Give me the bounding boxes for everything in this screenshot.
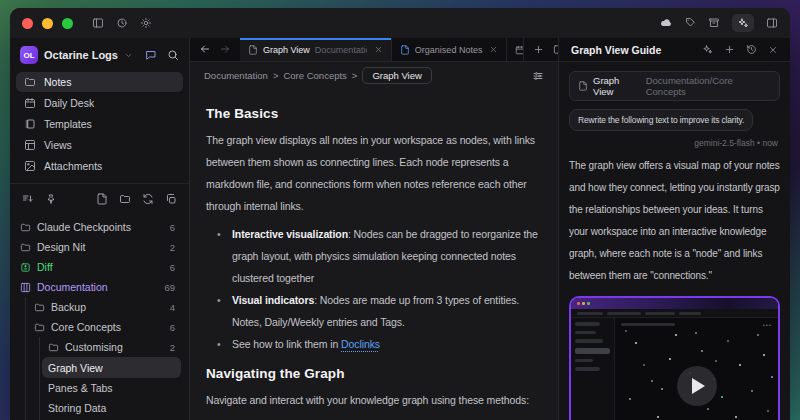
note-count: 6 (170, 322, 175, 333)
play-button[interactable] (677, 366, 717, 406)
calendar-icon (515, 45, 524, 55)
document-icon (578, 81, 588, 91)
columns-icon (20, 282, 31, 293)
note-count: 6 (170, 222, 175, 233)
sidebar-item-templates[interactable]: Templates (16, 114, 183, 134)
new-note-icon[interactable] (96, 191, 108, 209)
editor-pane: Graph View Documentation Organised Notes… (190, 38, 558, 420)
tab-bar: Graph View Documentation Organised Notes… (190, 38, 558, 62)
sync-icon[interactable] (142, 191, 154, 209)
graph-nodes (615, 318, 617, 320)
notes-toolbar (10, 183, 189, 215)
mini-tabbar (571, 309, 778, 318)
breadcrumb-segment[interactable]: Documentation (204, 70, 268, 81)
tree-item-graph-view-selected[interactable]: Graph View (42, 357, 181, 378)
chat-icon[interactable] (145, 49, 157, 61)
tree-item-core-concepts[interactable]: Core Concepts 6 (10, 317, 189, 337)
minimize-window-button[interactable] (42, 18, 53, 29)
search-icon[interactable] (167, 49, 179, 61)
ai-sparkles-button[interactable] (732, 14, 754, 32)
assistant-body: Graph View Documentation/Core Concepts R… (559, 62, 790, 420)
tab-graph-view[interactable]: Graph View Documentation (240, 38, 392, 61)
close-tab-icon[interactable] (374, 45, 383, 54)
doc-heading-basics: The Basics (206, 103, 542, 125)
doc-bullet: See how to link them in Doclinks (206, 333, 542, 355)
nav-label: Views (44, 139, 72, 151)
sidebar-item-views[interactable]: Views (16, 135, 183, 155)
chip-path: Documentation/Core Concepts (646, 75, 771, 97)
back-button[interactable] (199, 41, 211, 59)
breadcrumb: Documentation > Core Concepts > Graph Vi… (190, 62, 558, 89)
note-options-icon[interactable] (532, 70, 544, 82)
video-embed[interactable]: ••• (569, 296, 780, 420)
copy-icon[interactable] (165, 191, 177, 209)
tab-organised-notes[interactable]: Organised Notes (392, 38, 508, 61)
zoom-window-button[interactable] (62, 18, 73, 29)
workspace-avatar: OL (20, 46, 38, 64)
template-icon (24, 118, 36, 130)
sidebar-item-notes[interactable]: Notes (16, 72, 183, 92)
context-chip[interactable]: Graph View Documentation/Core Concepts (569, 71, 780, 101)
folder-icon (34, 322, 45, 333)
folder-icon (20, 242, 31, 253)
assistant-title: Graph View Guide (571, 44, 661, 56)
chevron-down-icon (124, 51, 133, 60)
sidebar-item-attachments[interactable]: Attachments (16, 156, 183, 176)
document-content[interactable]: The Basics The graph view displays all n… (190, 89, 558, 420)
new-tab-icon[interactable] (533, 41, 544, 59)
note-title-input[interactable]: Graph View (362, 67, 431, 84)
pin-icon[interactable] (45, 191, 57, 209)
doc-heading-navigating: Navigating the Graph (206, 363, 542, 385)
nav-label: Attachments (44, 160, 102, 172)
close-tab-icon[interactable] (489, 45, 498, 54)
tab-friday-daily[interactable]: Friday, D (507, 38, 524, 61)
tree-item-backup[interactable]: Backup 4 (10, 297, 189, 317)
doc-bullet: Visual indicators: Nodes are made up fro… (206, 289, 542, 333)
tree-item-panes-tabs[interactable]: Panes & Tabs (10, 378, 189, 398)
theme-sun-icon[interactable] (140, 17, 152, 29)
tree-guide-line (39, 337, 40, 420)
tree-item-design-nit[interactable]: Design Nit 2 (10, 237, 189, 257)
close-panel-icon[interactable] (768, 41, 778, 59)
mini-graph-view: ••• (615, 318, 778, 420)
breadcrumb-segment[interactable]: Core Concepts (283, 70, 346, 81)
doc-bullet-list: Interactive visualization: Nodes can be … (206, 223, 542, 355)
toggle-right-sidebar-icon[interactable] (766, 17, 778, 29)
document-icon (248, 45, 258, 55)
document-icon (400, 45, 410, 55)
tree-item-claude-checkpoints[interactable]: Claude Checkpoints 6 (10, 217, 189, 237)
tree-item-customising[interactable]: Customising 2 (10, 337, 189, 357)
nav-label: Notes (44, 76, 71, 88)
folder-tree: Claude Checkpoints 6 Design Nit 2 Diff 6… (10, 215, 189, 420)
workspace-switcher[interactable]: OL Octarine Logs (10, 38, 189, 70)
grid-icon (24, 139, 36, 151)
toggle-left-sidebar-icon[interactable] (92, 17, 104, 29)
new-chat-icon[interactable] (724, 41, 735, 59)
doclinks-link[interactable]: Doclinks (341, 338, 380, 350)
forward-button[interactable] (219, 41, 231, 59)
archive-icon[interactable] (708, 17, 720, 29)
model-meta: gemini-2.5-flash • now (571, 138, 778, 148)
sidebar: OL Octarine Logs Notes Daily Desk (10, 38, 190, 420)
tree-item-documentation[interactable]: Documentation 69 (10, 277, 189, 297)
new-folder-icon[interactable] (119, 191, 131, 209)
doc-bullet: Interactive visualization: Nodes can be … (206, 223, 542, 289)
folder-icon (34, 302, 45, 313)
diff-icon (20, 262, 31, 273)
note-count: 69 (164, 282, 175, 293)
folder-open-icon (24, 76, 36, 88)
close-window-button[interactable] (22, 18, 33, 29)
calendar-icon (24, 97, 36, 109)
clock-icon[interactable] (116, 17, 128, 29)
sidebar-item-daily-desk[interactable]: Daily Desk (16, 93, 183, 113)
tree-item-storing-data[interactable]: Storing Data (10, 398, 189, 418)
history-icon[interactable] (746, 41, 757, 59)
nav-label: Daily Desk (44, 97, 94, 109)
image-icon (24, 160, 36, 172)
cloud-sync-icon[interactable] (660, 17, 672, 29)
assistant-response: The graph view offers a visual map of yo… (569, 155, 780, 287)
sort-icon[interactable] (22, 191, 34, 209)
sparkles-icon[interactable] (702, 41, 713, 59)
tags-icon[interactable] (684, 17, 696, 29)
tree-item-diff[interactable]: Diff 6 (10, 257, 189, 277)
